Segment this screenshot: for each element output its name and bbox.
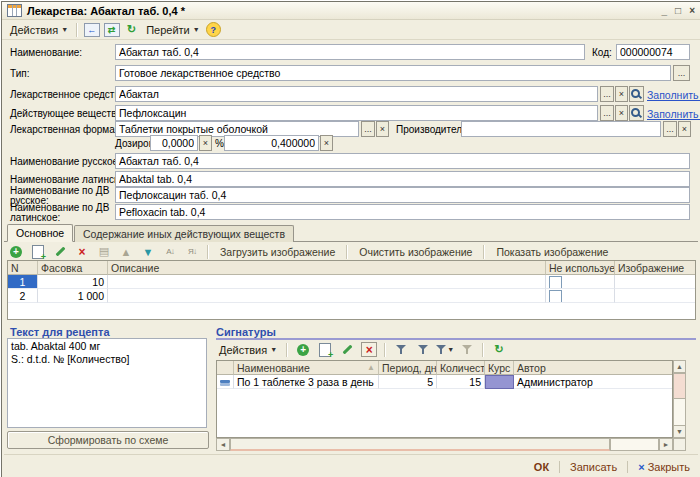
delete-icon[interactable]: × — [73, 244, 91, 260]
cell-author[interactable]: Администратор — [514, 375, 672, 389]
column-header-quantity[interactable]: Количество — [437, 361, 485, 375]
cell-description[interactable] — [108, 289, 546, 303]
dosage-value2-input[interactable] — [224, 135, 319, 151]
filter-menu-icon[interactable]: ▼ — [436, 342, 454, 358]
generate-by-scheme-button[interactable]: Сформировать по схеме — [7, 431, 209, 449]
order-icon[interactable]: ▤ — [95, 244, 113, 260]
refresh-icon[interactable]: ↻ — [123, 22, 140, 38]
minimize-button[interactable]: _ — [662, 5, 668, 16]
add-icon[interactable]: + — [7, 244, 25, 260]
edit-icon[interactable] — [338, 342, 356, 358]
maximize-button[interactable]: □ — [675, 5, 681, 16]
column-header-image[interactable]: Изображение — [615, 261, 695, 275]
type-input[interactable] — [115, 65, 671, 81]
vertical-scrollbar-track[interactable] — [673, 399, 686, 425]
cell-n[interactable]: 2 — [8, 289, 38, 303]
tab-main[interactable]: Основное — [7, 224, 73, 242]
move-down-icon[interactable]: ▼ — [139, 244, 157, 260]
cell-name[interactable]: По 1 таблетке 3 раза в день — [234, 375, 379, 389]
not-used-checkbox[interactable] — [549, 276, 562, 289]
load-image-button[interactable]: Загрузить изображение — [215, 246, 340, 258]
cell-packing[interactable]: 1 000 — [38, 289, 108, 303]
name-dv-lat-input[interactable] — [115, 204, 690, 220]
signatures-actions-menu-button[interactable]: Действия ▼ — [216, 343, 280, 357]
reread-icon[interactable]: ← — [83, 22, 100, 38]
dosage-form-select-button[interactable]: ... — [361, 121, 375, 137]
vertical-scrollbar-thumb[interactable] — [673, 373, 686, 399]
refresh-icon[interactable]: ↻ — [490, 342, 508, 358]
name-input[interactable] — [115, 44, 585, 60]
add-copy-icon[interactable] — [29, 244, 47, 260]
substance-input[interactable] — [115, 105, 598, 121]
delete-icon[interactable]: × — [360, 342, 378, 358]
type-select-button[interactable]: ... — [673, 65, 690, 81]
edit-icon[interactable] — [51, 244, 69, 260]
table-row[interactable]: 2 1 000 — [8, 289, 695, 303]
drug-clear-button[interactable]: × — [615, 86, 628, 102]
manufacturer-select-button[interactable]: ... — [663, 121, 677, 137]
scroll-left-icon[interactable]: ◄ — [216, 438, 230, 451]
ok-button[interactable]: ОК — [530, 461, 553, 473]
actions-menu-button[interactable]: Действия ▼ — [7, 23, 71, 37]
substance-open-button[interactable] — [629, 105, 644, 121]
cell-image[interactable] — [615, 289, 695, 303]
update-icon[interactable]: ⇄ — [103, 22, 120, 38]
save-button[interactable]: Записать — [566, 461, 621, 473]
dosage-clear1-button[interactable]: × — [199, 135, 212, 151]
tab-other-substances[interactable]: Содержание иных действующих веществ — [74, 225, 294, 242]
fill-from-ps-link[interactable]: Заполнить из ПС — [647, 108, 700, 120]
name-ru-input[interactable] — [115, 153, 690, 169]
close-window-button[interactable]: × Закрыть — [634, 461, 694, 473]
cell-packing[interactable]: 10 — [38, 275, 108, 289]
manufacturer-input[interactable] — [461, 121, 661, 137]
substance-clear-button[interactable]: × — [615, 105, 628, 121]
cell-course[interactable] — [485, 375, 514, 389]
code-input[interactable] — [616, 44, 690, 60]
column-header-name[interactable]: Наименование▲ — [234, 361, 379, 375]
scroll-down-icon[interactable]: ▼ — [673, 425, 686, 438]
column-header-author[interactable]: Автор — [514, 361, 672, 375]
recipe-textarea[interactable]: tab. Abaktal 400 мг S.: d.t.d. № [Количе… — [7, 338, 207, 428]
sort-asc-icon[interactable]: А↓ — [161, 244, 179, 260]
cell-not-used[interactable] — [546, 289, 615, 303]
cell-description[interactable] — [108, 275, 546, 289]
column-header-packing[interactable]: Фасовка — [38, 261, 108, 275]
dosage-form-clear-button[interactable]: × — [376, 121, 389, 137]
column-header-n[interactable]: N — [8, 261, 38, 275]
show-image-button[interactable]: Показать изображение — [491, 246, 613, 258]
add-copy-icon[interactable] — [316, 342, 334, 358]
fill-by-dv-link[interactable]: Заполнить по ДВ — [647, 89, 700, 101]
name-dv-ru-input[interactable] — [115, 187, 690, 203]
cell-image[interactable] — [615, 275, 695, 289]
cell-not-used[interactable] — [546, 275, 615, 289]
clear-filter-icon[interactable] — [458, 342, 476, 358]
sort-desc-icon[interactable]: Я↓ — [183, 244, 201, 260]
table-row[interactable]: По 1 таблетке 3 раза в день 5 15 Админис… — [217, 375, 672, 389]
filter-by-value-icon[interactable] — [414, 342, 432, 358]
dosage-clear2-button[interactable]: × — [320, 135, 333, 151]
column-header-not-used[interactable]: Не используется — [546, 261, 615, 275]
goto-menu-button[interactable]: Перейти ▼ — [143, 23, 203, 37]
table-row[interactable]: 1 10 — [8, 275, 695, 289]
clear-image-button[interactable]: Очистить изображение — [354, 246, 477, 258]
column-header-period[interactable]: Период, дней — [379, 361, 437, 375]
scroll-up-icon[interactable]: ▲ — [673, 360, 686, 373]
substance-select-button[interactable]: ... — [600, 105, 614, 121]
cell-n[interactable]: 1 — [8, 275, 38, 289]
drug-open-button[interactable] — [629, 86, 644, 102]
drug-select-button[interactable]: ... — [600, 86, 614, 102]
horizontal-scrollbar-thumb[interactable] — [230, 438, 610, 451]
move-up-icon[interactable]: ▲ — [117, 244, 135, 260]
manufacturer-clear-button[interactable]: × — [678, 121, 691, 137]
name-lat-input[interactable] — [115, 171, 690, 187]
not-used-checkbox[interactable] — [549, 290, 562, 303]
column-header-course[interactable]: Курс — [485, 361, 514, 375]
add-icon[interactable]: + — [294, 342, 312, 358]
horizontal-scrollbar-track[interactable] — [610, 438, 659, 451]
cell-period[interactable]: 5 — [379, 375, 437, 389]
cell-quantity[interactable]: 15 — [437, 375, 485, 389]
dosage-value1-input[interactable] — [150, 135, 198, 151]
drug-input[interactable] — [115, 86, 598, 102]
column-header-description[interactable]: Описание — [108, 261, 546, 275]
help-icon[interactable]: ? — [206, 22, 221, 37]
